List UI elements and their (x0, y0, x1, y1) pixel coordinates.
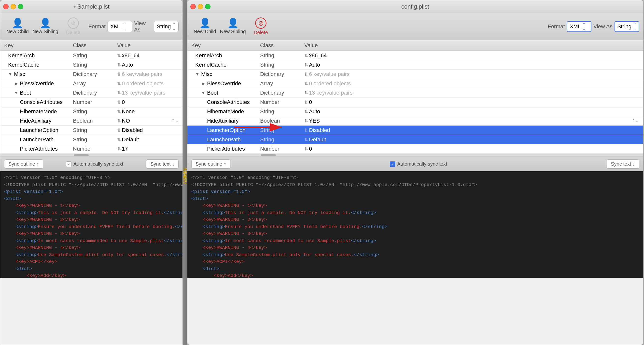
right-sync-text-button[interactable]: Sync text ↓ (607, 159, 639, 169)
stepper-icon[interactable]: ⇅ (304, 128, 308, 133)
right-close-button[interactable] (190, 4, 196, 9)
stepper-icon[interactable]: ⇅ (117, 128, 121, 133)
table-row[interactable]: ▶MiscDictionary⇅6 key/value pairs (0, 70, 182, 79)
left-format-value: XML (110, 23, 121, 30)
cell-value: ⇅NO⌃⌄ (117, 118, 178, 124)
right-minimize-button[interactable] (198, 4, 203, 9)
right-code-area[interactable]: <?xml version="1.0" encoding="UTF-8"?><!… (188, 171, 643, 278)
stepper-icon[interactable]: ⇅ (117, 118, 121, 124)
table-row[interactable]: ▶BootDictionary⇅13 key/value pairs (0, 88, 182, 98)
right-format-select[interactable]: XML ⌃⌄ (567, 21, 592, 32)
bool-stepper[interactable]: ⌃⌄ (632, 118, 639, 124)
stepper-icon[interactable]: ⇅ (304, 100, 308, 105)
right-col-headers: Key Class Value (188, 40, 643, 51)
table-row[interactable]: PickerAttributesNumber⇅0 (188, 144, 643, 154)
stepper-icon[interactable]: ⇅ (304, 118, 308, 124)
left-sync-text-button[interactable]: Sync text ↓ (146, 159, 178, 169)
left-traffic-lights[interactable] (3, 4, 23, 9)
bool-stepper[interactable]: ⌃⌄ (171, 118, 178, 124)
table-row[interactable]: LauncherPathString⇅Default (0, 135, 182, 144)
stepper-icon[interactable]: ⇅ (117, 100, 121, 105)
table-row[interactable]: KernelCacheString⇅Auto (0, 60, 182, 70)
stepper-icon[interactable]: ⇅ (117, 62, 121, 68)
stepper-icon[interactable]: ⇅ (117, 81, 121, 86)
stepper-icon[interactable]: ⇅ (304, 53, 308, 58)
stepper-icon[interactable]: ⇅ (304, 62, 308, 68)
disclosure-closed[interactable]: ▶ (14, 81, 19, 86)
table-row[interactable]: ▶BootDictionary⇅13 key/value pairs (188, 88, 643, 98)
stepper-icon[interactable]: ⇅ (117, 53, 121, 58)
disclosure-open[interactable]: ▶ (201, 90, 206, 95)
left-sync-outline-button[interactable]: Sync outline ↑ (4, 159, 43, 169)
right-col-key: Key (191, 42, 260, 49)
table-row[interactable]: HibernateModeString⇅None (0, 107, 182, 116)
left-format-select[interactable]: XML ⌃⌄ (108, 21, 132, 32)
left-viewas-select[interactable]: String ⌃⌄ (154, 21, 178, 32)
code-line: <key>#WARNING - 1</key> (191, 202, 639, 209)
key-text: PickerAttributes (207, 146, 245, 152)
right-col-class: Class (260, 42, 304, 49)
stepper-icon[interactable]: ⇅ (304, 137, 308, 142)
table-row[interactable]: ConsoleAttributesNumber⇅0 (188, 98, 643, 107)
disclosure-open[interactable]: ▶ (14, 90, 19, 95)
disclosure-open[interactable]: ▶ (195, 72, 200, 77)
stepper-icon[interactable]: ⇅ (117, 146, 121, 152)
table-row[interactable]: PickerAttributesNumber⇅17 (0, 144, 182, 154)
left-table[interactable]: KernelArchString⇅x86_64KernelCacheString… (0, 51, 182, 154)
table-row[interactable]: ▶BlessOverrideArray⇅0 ordered objects (0, 79, 182, 88)
left-delete-button[interactable]: ⊘ Delete (60, 16, 87, 38)
cell-class: String (73, 62, 117, 68)
key-text: KernelCache (195, 62, 226, 68)
table-row[interactable]: ConsoleAttributesNumber⇅0 (0, 98, 182, 107)
stepper-icon[interactable]: ⇅ (304, 90, 308, 96)
stepper-icon[interactable]: ⇅ (304, 146, 308, 152)
left-new-sibling-button[interactable]: 👤 New Sibling (32, 16, 59, 38)
stepper-icon[interactable]: ⇅ (117, 137, 121, 142)
right-maximize-button[interactable] (205, 4, 210, 9)
table-row[interactable]: KernelArchString⇅x86_64 (0, 51, 182, 60)
stepper-icon[interactable]: ⇅ (117, 72, 121, 77)
table-row[interactable]: KernelCacheString⇅Auto (188, 60, 643, 70)
right-scrollbar[interactable] (188, 154, 643, 157)
stepper-icon[interactable]: ⇅ (304, 72, 308, 77)
left-auto-sync-checkbox[interactable]: ✓ (66, 161, 72, 167)
maximize-button[interactable] (18, 4, 23, 9)
left-scrollbar[interactable] (0, 154, 182, 157)
stepper-icon[interactable]: ⇅ (117, 109, 121, 114)
table-row[interactable]: ▶BlessOverrideArray⇅0 ordered objects (188, 79, 643, 88)
disclosure-closed[interactable]: ▶ (201, 81, 206, 86)
minimize-button[interactable] (10, 4, 16, 9)
right-new-child-button[interactable]: 👤 New Child (191, 16, 218, 38)
left-code-area[interactable]: <?xml version="1.0" encoding="UTF-8"?><!… (0, 171, 182, 278)
right-delete-button[interactable]: ⊘ Delete (247, 16, 274, 38)
code-line: <?xml version="1.0" encoding="UTF-8"?> (4, 174, 178, 181)
right-sync-outline-button[interactable]: Sync outline ↑ (191, 159, 230, 169)
table-row[interactable]: LauncherOptionString⇅Disabled (188, 126, 643, 135)
table-row[interactable]: HideAuxiliaryBoolean⇅NO⌃⌄ (0, 116, 182, 126)
right-new-sibling-label: New Sibling (220, 29, 246, 35)
right-new-sibling-button[interactable]: 👤 New Sibling (219, 16, 246, 38)
left-scrollbar-thumb[interactable] (74, 154, 89, 156)
right-table[interactable]: KernelArchString⇅x86_64KernelCacheString… (188, 51, 643, 154)
table-row[interactable]: KernelArchString⇅x86_64 (188, 51, 643, 60)
code-line: <key>#WARNING - 4</key> (191, 244, 639, 251)
disclosure-open[interactable]: ▶ (8, 72, 13, 77)
table-row[interactable]: LauncherOptionString⇅Disabled (0, 126, 182, 135)
stepper-icon[interactable]: ⇅ (117, 90, 121, 96)
left-new-child-label: New Child (6, 29, 29, 35)
right-traffic-lights[interactable] (190, 4, 210, 9)
table-row[interactable]: HibernateModeString⇅Auto (188, 107, 643, 116)
left-new-child-button[interactable]: 👤 New Child (4, 16, 31, 38)
code-line: <string>This is just a sample. Do NOT tr… (191, 209, 639, 216)
stepper-icon[interactable]: ⇅ (304, 109, 308, 114)
right-auto-sync-checkbox[interactable]: ✓ (390, 161, 395, 167)
right-viewas-select[interactable]: String ⌃⌄ (614, 21, 639, 32)
code-line: <!DOCTYPE plist PUBLIC "-//Apple//DTD PL… (4, 181, 178, 188)
table-row[interactable]: ▶MiscDictionary⇅6 key/value pairs (188, 70, 643, 79)
right-scrollbar-thumb[interactable] (261, 154, 276, 156)
close-button[interactable] (3, 4, 8, 9)
cell-key: PickerAttributes (4, 146, 73, 152)
table-row[interactable]: LauncherPathString⇅Default (188, 135, 643, 144)
stepper-icon[interactable]: ⇅ (304, 81, 308, 86)
table-row[interactable]: HideAuxiliaryBoolean⇅YES⌃⌄ (188, 116, 643, 126)
